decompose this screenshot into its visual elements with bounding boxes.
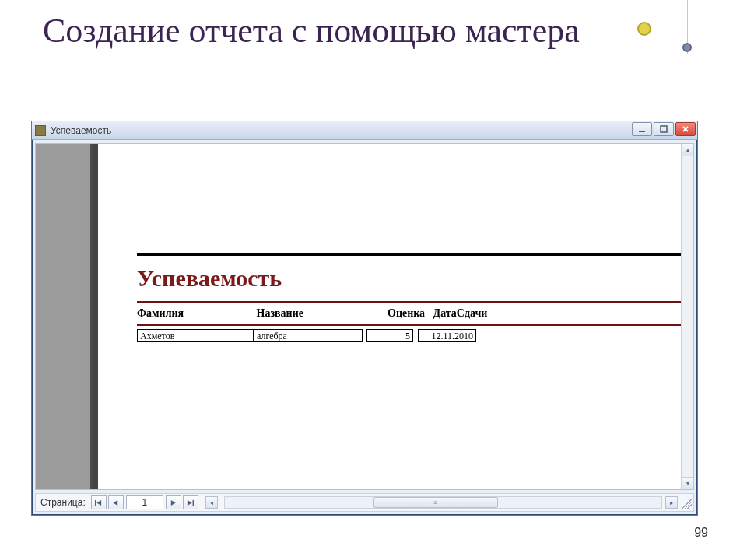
svg-marker-4	[114, 499, 118, 505]
maximize-button[interactable]	[654, 122, 674, 136]
report-title: Успеваемость	[137, 265, 282, 292]
col-header-date: ДатаСдачи	[433, 307, 511, 320]
column-headers: Фамилия Название Оценка ДатаСдачи	[137, 307, 511, 320]
col-header-name: Название	[257, 307, 385, 320]
hscroll-thumb[interactable]: ≡	[374, 497, 498, 508]
vertical-scrollbar[interactable]: ▴ ▾	[681, 144, 693, 489]
resize-grip-icon[interactable]	[678, 495, 692, 509]
scroll-down-icon[interactable]: ▾	[682, 477, 693, 489]
rule-top	[137, 253, 681, 256]
page-number-input[interactable]: 1	[126, 495, 163, 509]
last-page-button[interactable]	[183, 495, 198, 509]
slide-decoration	[644, 0, 714, 113]
cell-grade: 5	[366, 329, 413, 342]
report-window: Успеваемость Успеваемость	[31, 121, 698, 516]
scroll-up-icon[interactable]: ▴	[682, 144, 693, 156]
svg-rect-7	[193, 499, 194, 505]
hscroll-left-icon[interactable]: ◂	[205, 496, 218, 509]
close-button[interactable]	[675, 122, 696, 136]
cell-surname: Ахметов	[137, 329, 254, 342]
first-page-button[interactable]	[91, 495, 107, 509]
svg-marker-6	[188, 499, 192, 505]
page-nav-label: Страница:	[36, 497, 90, 508]
status-bar: Страница: 1 ◂ ≡ ▸	[35, 493, 694, 512]
svg-rect-2	[95, 499, 96, 505]
svg-marker-5	[171, 499, 176, 505]
document-viewport[interactable]: Успеваемость Фамилия Название Оценка Дат…	[36, 144, 681, 489]
svg-marker-3	[97, 499, 102, 505]
rule-under-title	[137, 301, 681, 303]
cell-date: 12.11.2010	[418, 329, 476, 342]
window-titlebar[interactable]: Успеваемость	[32, 121, 697, 140]
slide-page-number: 99	[694, 526, 708, 540]
svg-rect-1	[661, 126, 667, 132]
svg-rect-0	[639, 131, 645, 132]
cell-name: алгебра	[254, 329, 363, 342]
slide-title: Создание отчета с помощью мастера	[43, 12, 580, 50]
rule-under-headers	[137, 324, 681, 326]
col-header-surname: Фамилия	[137, 307, 254, 320]
minimize-button[interactable]	[632, 122, 652, 136]
horizontal-scrollbar[interactable]: ≡	[224, 496, 662, 509]
table-row: Ахметов алгебра 5 12.11.2010	[137, 329, 476, 342]
report-page: Успеваемость Фамилия Название Оценка Дат…	[98, 144, 681, 489]
window-title: Успеваемость	[51, 125, 111, 136]
col-header-grade: Оценка	[388, 307, 430, 320]
window-body: Успеваемость Фамилия Название Оценка Дат…	[35, 143, 694, 490]
prev-page-button[interactable]	[108, 495, 124, 509]
hscroll-right-icon[interactable]: ▸	[665, 496, 678, 509]
next-page-button[interactable]	[166, 495, 181, 509]
app-icon	[35, 125, 46, 136]
